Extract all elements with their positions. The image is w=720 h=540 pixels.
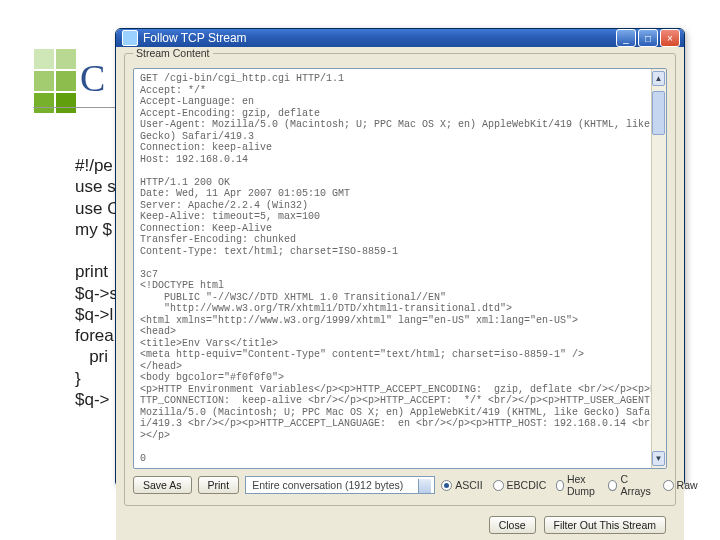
app-icon	[122, 30, 138, 46]
close-dialog-button[interactable]: Close	[489, 516, 536, 534]
radio-carrays[interactable]: C Arrays	[608, 473, 652, 497]
stream-text[interactable]: GET /cgi-bin/cgi_http.cgi HTTP/1.1 Accep…	[134, 69, 666, 468]
panel: Stream Content GET /cgi-bin/cgi_http.cgi…	[116, 47, 684, 540]
radio-carrays-label: C Arrays	[620, 473, 652, 497]
conversation-dropdown[interactable]: Entire conversation (1912 bytes)	[245, 476, 435, 494]
background-code-fragment: #!/pe use s use C my $ print $q->s $q->l…	[75, 155, 119, 410]
radio-dot-icon	[441, 480, 452, 491]
scrollbar[interactable]: ▲ ▼	[651, 69, 666, 468]
radio-raw[interactable]: Raw	[663, 479, 698, 491]
slide-title-fragment: C	[80, 56, 105, 100]
radio-raw-label: Raw	[677, 479, 698, 491]
radio-dot-icon	[556, 480, 564, 491]
radio-ascii[interactable]: ASCII	[441, 479, 482, 491]
group-label: Stream Content	[133, 47, 213, 59]
scroll-up-button[interactable]: ▲	[652, 71, 665, 86]
follow-tcp-stream-window: Follow TCP Stream _ □ × Stream Content G…	[115, 28, 685, 486]
slide-decoration-squares	[33, 48, 77, 114]
format-radio-group: ASCII EBCDIC Hex Dump C Arrays Raw	[441, 473, 698, 497]
print-button[interactable]: Print	[198, 476, 240, 494]
radio-dot-icon	[493, 480, 504, 491]
stream-content-box: GET /cgi-bin/cgi_http.cgi HTTP/1.1 Accep…	[133, 68, 667, 469]
scroll-down-button[interactable]: ▼	[652, 451, 665, 466]
radio-hexdump[interactable]: Hex Dump	[556, 473, 598, 497]
close-button[interactable]: ×	[660, 29, 680, 47]
window-title: Follow TCP Stream	[143, 31, 616, 45]
radio-ebcdic-label: EBCDIC	[507, 479, 547, 491]
window-buttons: _ □ ×	[616, 29, 680, 47]
minimize-button[interactable]: _	[616, 29, 636, 47]
radio-dot-icon	[663, 480, 674, 491]
save-as-button[interactable]: Save As	[133, 476, 192, 494]
radio-dot-icon	[608, 480, 617, 491]
radio-ascii-label: ASCII	[455, 479, 482, 491]
controls-row: Save As Print Entire conversation (1912 …	[133, 469, 667, 497]
radio-ebcdic[interactable]: EBCDIC	[493, 479, 547, 491]
radio-hexdump-label: Hex Dump	[567, 473, 598, 497]
stream-content-group: Stream Content GET /cgi-bin/cgi_http.cgi…	[124, 53, 676, 506]
maximize-button[interactable]: □	[638, 29, 658, 47]
titlebar[interactable]: Follow TCP Stream _ □ ×	[116, 29, 684, 47]
filter-out-stream-button[interactable]: Filter Out This Stream	[544, 516, 667, 534]
scroll-thumb[interactable]	[652, 91, 665, 135]
bottom-button-row: Close Filter Out This Stream	[124, 510, 676, 540]
